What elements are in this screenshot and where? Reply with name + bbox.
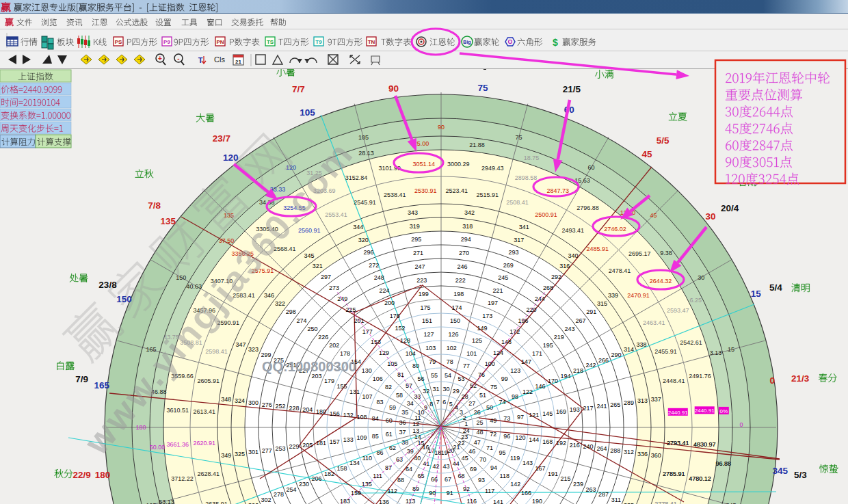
svg-text:290: 290 <box>611 352 621 358</box>
svg-text:315: 315 <box>597 300 607 307</box>
svg-text:314: 314 <box>624 346 634 353</box>
svg-text:87: 87 <box>385 464 392 471</box>
svg-text:131: 131 <box>349 388 360 395</box>
svg-text:4: 4 <box>455 404 458 411</box>
svg-text:6: 6 <box>442 399 446 406</box>
svg-text:278: 278 <box>274 491 284 498</box>
svg-text:132: 132 <box>343 412 354 419</box>
svg-text:PS: PS <box>115 39 122 45</box>
svg-text:0%: 0% <box>720 408 728 414</box>
svg-text:142: 142 <box>510 481 520 488</box>
svg-text:104: 104 <box>406 350 416 357</box>
svg-text:109: 109 <box>356 434 367 441</box>
svg-text:180: 180 <box>95 470 111 480</box>
svg-text:169: 169 <box>556 408 566 415</box>
svg-text:150: 150 <box>116 294 132 304</box>
svg-text:263: 263 <box>585 486 596 493</box>
svg-text:240: 240 <box>583 443 594 450</box>
svg-text:T: T <box>198 56 203 64</box>
svg-text:218: 218 <box>573 367 583 374</box>
svg-text:37.50: 37.50 <box>219 237 235 244</box>
svg-text:43: 43 <box>442 463 449 470</box>
svg-text:216: 216 <box>570 442 580 449</box>
svg-text:23/7: 23/7 <box>213 133 230 144</box>
svg-text:2478.41: 2478.41 <box>609 267 631 274</box>
svg-text:QQ:100800300: QQ:100800300 <box>262 359 356 374</box>
svg-text:18.75: 18.75 <box>524 155 540 161</box>
svg-text:105: 105 <box>387 360 397 367</box>
svg-text:100: 100 <box>485 360 495 367</box>
svg-text:53.13: 53.13 <box>159 499 174 504</box>
svg-text:179: 179 <box>324 377 334 384</box>
svg-text:44: 44 <box>453 460 460 467</box>
svg-text:159: 159 <box>351 490 361 496</box>
svg-text:252: 252 <box>275 403 285 410</box>
svg-text:96.88: 96.88 <box>715 460 731 467</box>
svg-text:153: 153 <box>371 339 381 345</box>
svg-text:346: 346 <box>264 292 274 299</box>
svg-text:158: 158 <box>336 465 347 472</box>
svg-text:21/5: 21/5 <box>563 84 581 94</box>
svg-text:75: 75 <box>477 83 488 93</box>
svg-text:86: 86 <box>376 449 383 456</box>
svg-text:143: 143 <box>522 460 533 466</box>
svg-text:83: 83 <box>376 399 383 406</box>
svg-text:271: 271 <box>413 250 423 256</box>
svg-text:298: 298 <box>286 308 296 315</box>
svg-text:2746.02: 2746.02 <box>604 226 626 233</box>
svg-text:41: 41 <box>423 460 429 467</box>
svg-text:113: 113 <box>406 498 415 504</box>
svg-text:117: 117 <box>485 488 494 494</box>
svg-text:72: 72 <box>490 431 496 438</box>
svg-text:301: 301 <box>248 449 259 455</box>
svg-text:343: 343 <box>408 209 418 216</box>
svg-text:273: 273 <box>329 284 339 291</box>
svg-text:228: 228 <box>289 405 299 412</box>
svg-text:2538.41: 2538.41 <box>384 191 406 198</box>
svg-text:217: 217 <box>583 405 594 412</box>
svg-text:49: 49 <box>490 417 496 424</box>
svg-text:40.63: 40.63 <box>187 283 202 290</box>
svg-text:103: 103 <box>425 345 436 352</box>
svg-text:Big: Big <box>463 40 471 45</box>
svg-text:$: $ <box>553 37 558 48</box>
svg-text:35: 35 <box>401 409 408 416</box>
svg-text:204: 204 <box>302 406 313 413</box>
svg-text:294: 294 <box>461 236 471 243</box>
svg-text:51: 51 <box>479 392 486 399</box>
svg-text:105: 105 <box>300 107 315 118</box>
svg-text:91: 91 <box>447 490 453 496</box>
svg-text:2778.41: 2778.41 <box>654 501 677 504</box>
svg-text:24: 24 <box>463 427 470 434</box>
svg-text:222: 222 <box>455 277 466 284</box>
svg-text:5/4: 5/4 <box>769 282 782 293</box>
svg-text:101: 101 <box>466 350 477 357</box>
svg-text:183: 183 <box>340 498 350 504</box>
svg-text:2: 2 <box>463 414 466 421</box>
svg-text:192: 192 <box>556 440 566 447</box>
svg-text:2949.43: 2949.43 <box>481 165 504 172</box>
svg-text:T9: T9 <box>315 39 322 45</box>
svg-text:200: 200 <box>384 300 395 306</box>
svg-text:106: 106 <box>373 375 383 382</box>
svg-text:2440.91: 2440.91 <box>668 410 688 416</box>
svg-text:342: 342 <box>464 209 475 216</box>
svg-text:36: 36 <box>399 419 406 426</box>
svg-text:318: 318 <box>462 223 473 230</box>
svg-text:27: 27 <box>468 400 475 407</box>
svg-text:129: 129 <box>379 349 389 356</box>
svg-text:94: 94 <box>490 464 497 471</box>
svg-text:90: 90 <box>429 490 436 496</box>
svg-text:130: 130 <box>362 367 372 374</box>
svg-text:118: 118 <box>500 473 509 479</box>
svg-text:148: 148 <box>501 339 512 345</box>
svg-text:60: 60 <box>386 417 393 424</box>
svg-text:170: 170 <box>548 377 558 384</box>
svg-text:102: 102 <box>447 345 457 352</box>
svg-text:5/3: 5/3 <box>794 470 807 480</box>
svg-text:2553.41: 2553.41 <box>325 211 347 218</box>
svg-text:97: 97 <box>517 414 524 421</box>
svg-text:3051.14: 3051.14 <box>413 161 436 168</box>
svg-text:23: 23 <box>461 434 468 440</box>
svg-text:122: 122 <box>522 388 533 395</box>
